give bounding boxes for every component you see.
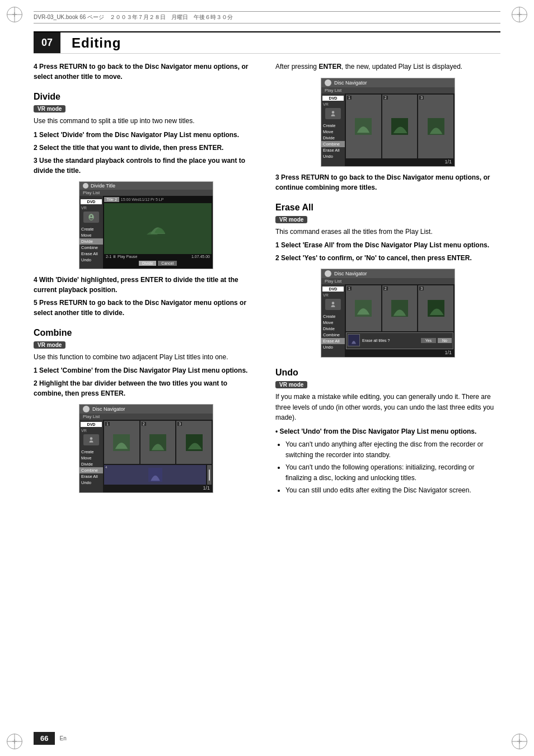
undo-bullet-3: You can still undo edits after exiting t… [285, 485, 500, 496]
divide-screen-body: DVD VR Create Move Divide Combine Erase … [79, 196, 213, 269]
erase-step1: 1 Select 'Erase All' from the Disc Navig… [275, 240, 500, 250]
file-info-bar: DVR-03_UK.book 66 ページ ２００３年７月２８日 月曜日 午後６… [34, 11, 500, 24]
combine-menu-undo[interactable]: Undo [79, 480, 103, 486]
divide-step5: 5 Press RETURN to go back to the Disc Na… [34, 298, 259, 318]
cancel-btn[interactable]: Cancel [158, 261, 177, 266]
erase-all-heading: Erase All [275, 203, 500, 213]
erase-sidebar: DVD VR Create Move Divide Combine Erase … [321, 284, 345, 357]
combine2-menu-create[interactable]: Create [321, 123, 345, 129]
combine2-thumb-1: 1 [346, 95, 381, 158]
divide-step1: 1 Select 'Divide' from the Disc Navigato… [34, 130, 259, 140]
erase-menu-move[interactable]: Move [321, 320, 345, 326]
divide-title2-label: Title 2 [104, 197, 119, 202]
combine-row2: 4 [104, 465, 212, 485]
page-number: 66 [34, 732, 55, 745]
combine-menu-move[interactable]: Move [79, 455, 103, 461]
divide-menu-erase-all[interactable]: Erase All [79, 251, 103, 257]
after-enter-text: After pressing ENTER, the new, updated P… [275, 62, 500, 72]
combine-thumb-small [83, 434, 99, 445]
chapter-header: 07 Editing [34, 31, 500, 54]
combine2-menu: Create Move Divide Combine Erase All Und… [321, 123, 345, 159]
erase-no-btn[interactable]: No [438, 338, 452, 343]
combine2-menu-divide[interactable]: Divide [321, 135, 345, 141]
combine-step3: 3 Press RETURN to go back to the Disc Na… [275, 172, 500, 192]
erase-thumb-2: 2 [382, 285, 418, 331]
erase-yes-btn[interactable]: Yes [421, 338, 436, 343]
combine-menu-list: Create Move Divide Combine Erase All Und… [79, 449, 103, 486]
erase-thumbnails: 1 2 3 [346, 285, 453, 331]
svg-point-1 [90, 438, 93, 440]
divide-dvd-badge: DVD [81, 199, 102, 204]
divide-menu-create[interactable]: Create [79, 226, 103, 232]
combine-heading: Combine [34, 328, 259, 338]
erase-menu-undo[interactable]: Undo [321, 344, 345, 350]
svg-point-10 [332, 302, 335, 305]
divide-body: Use this command to split a title up int… [34, 116, 259, 126]
combine2-menu-combine[interactable]: Combine [321, 141, 345, 147]
combine-step2: 2 Highlight the bar divider between the … [34, 378, 259, 398]
erase-menu-divide[interactable]: Divide [321, 326, 345, 332]
divide-time-info: 15:00 Wed11/12 Pr 5 LP [121, 198, 164, 201]
divide-step3: 3 Use the standard playback controls to … [34, 156, 259, 176]
combine2-main: DVD Remain 0h37m(FINE) 1 2 3 [345, 93, 455, 166]
erase-menu-create[interactable]: Create [321, 313, 345, 320]
combine-screen-main: DVD Remain 0h37m(FINE) 1 2 3 [103, 420, 213, 492]
combine-screen-sidebar: DVD VR Create Move Divide Combine Erase … [79, 420, 103, 492]
combine2-screen-title: Disc Navigator [334, 80, 367, 86]
divide-step2: 2 Select the title that you want to divi… [34, 143, 259, 153]
erase-step2: 2 Select 'Yes' to confirm, or 'No' to ca… [275, 253, 500, 263]
combine-menu-erase[interactable]: Erase All [79, 473, 103, 480]
combine-vr-badge: VR mode [34, 341, 65, 349]
erase-thumb-3: 3 [418, 285, 453, 331]
combine2-disc-icon [325, 79, 331, 86]
combine-bar-divider [207, 465, 212, 485]
svg-point-6 [332, 111, 335, 114]
divide-vr-badge: VR mode [34, 105, 65, 112]
erase-disc-icon [325, 270, 331, 277]
divide-menu-undo[interactable]: Undo [79, 257, 103, 263]
divide-menu-combine[interactable]: Combine [79, 245, 103, 251]
erase-menu-erase[interactable]: Erase All [321, 338, 345, 344]
divide-menu-divide[interactable]: Divide [79, 238, 103, 245]
undo-vr-badge: VR mode [275, 381, 307, 388]
combine2-menu-undo[interactable]: Undo [321, 153, 345, 159]
erase-playlist-label: Play List [321, 278, 455, 284]
divide-btn[interactable]: Divide [139, 261, 156, 266]
combine-menu-create[interactable]: Create [79, 449, 103, 455]
divide-sidebar: DVD VR Create Move Divide Combine Erase … [79, 196, 103, 269]
erase-menu: Create Move Divide Combine Erase All Und… [321, 313, 345, 350]
combine-body: Use this function to combine two adjacen… [34, 352, 259, 363]
divide-thumb-icon [83, 212, 99, 223]
erase-screen-titlebar: Disc Navigator [321, 269, 455, 278]
left-column: 4 Press RETURN to go back to the Disc Na… [34, 62, 259, 711]
combine2-thumb-small [325, 108, 341, 119]
divide-buttons: Divide Cancel [104, 259, 212, 267]
divide-vr-small: VR [81, 206, 101, 210]
erase-confirm-icon [348, 334, 360, 346]
combine-menu-combine[interactable]: Combine [79, 467, 103, 473]
divide-video-area [104, 203, 212, 254]
combine2-dvd-badge: DVD [322, 96, 344, 101]
divide-screen-mockup: Divide Title Play List DVD VR Create M [79, 181, 213, 269]
combine-menu-divide[interactable]: Divide [79, 461, 103, 467]
enter-bold: ENTER [318, 63, 341, 71]
combine-thumb-1: 1 [104, 421, 139, 464]
combine2-menu-move[interactable]: Move [321, 129, 345, 135]
divide-menu-move[interactable]: Move [79, 232, 103, 238]
undo-bullet-1: You can't undo anything after ejecting t… [285, 439, 500, 460]
combine2-page-num: 1/1 [346, 158, 453, 165]
divide-screen-titlebar: Divide Title [79, 182, 213, 190]
erase-vr-text: VR [323, 293, 343, 297]
combine2-menu-erase[interactable]: Erase All [321, 147, 345, 153]
erase-screen-title: Disc Navigator [334, 271, 367, 276]
combine-updated-screen: Disc Navigator Play List DVD VR Create M… [321, 78, 455, 167]
combine2-sidebar: DVD VR Create Move Divide Combine Erase … [321, 93, 345, 166]
combine2-thumb-3: 3 [418, 95, 453, 158]
undo-heading: Undo [275, 368, 500, 378]
combine-playlist-label: Play List [79, 414, 213, 420]
divide-sidebar-inner: DVD VR Create Move Divide Combine Erase … [79, 197, 103, 264]
combine-dvd-badge: DVD [81, 422, 102, 427]
erase-confirm-buttons: Yes No [421, 338, 452, 343]
divide-timecode: 1.07.45.00 [191, 255, 210, 259]
erase-menu-combine[interactable]: Combine [321, 332, 345, 338]
